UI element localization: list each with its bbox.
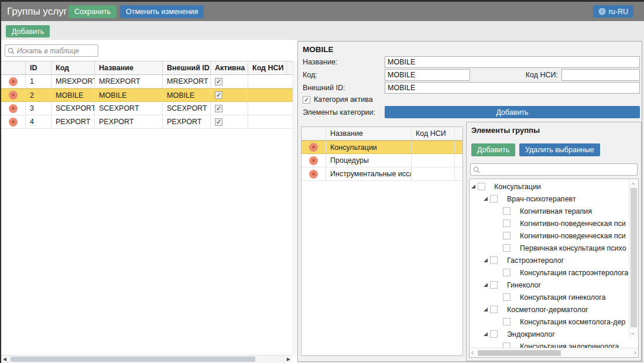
external-id-label: Внешний ID:: [303, 84, 345, 92]
external-id-field[interactable]: [385, 82, 640, 94]
scrollbar-thumb[interactable]: [478, 350, 561, 356]
tree-checkbox[interactable]: [490, 256, 498, 264]
tree-checkbox[interactable]: [478, 183, 485, 190]
tree-horizontal-scrollbar[interactable]: ‹ ›: [470, 348, 638, 357]
tree-checkbox[interactable]: [490, 330, 498, 338]
tree-item-label: Первичная консультация психо: [520, 244, 628, 252]
delete-row-icon[interactable]: [309, 170, 318, 179]
tree-item-label: Консультация гастроэнтеролога: [520, 269, 628, 277]
tree-item[interactable]: ◢ Гинеколог: [470, 279, 628, 292]
subtable-row-selected[interactable]: Консультации: [302, 141, 463, 154]
delete-row-icon[interactable]: [9, 118, 18, 126]
header-delete-column: [302, 127, 326, 140]
name-field[interactable]: [385, 56, 640, 68]
add-group-button[interactable]: Добавить: [6, 25, 50, 37]
tree-item[interactable]: Консультация косметолога-дер: [470, 316, 628, 328]
horizontal-scrollbar[interactable]: ◀ ▶: [1, 355, 292, 363]
tree-item-label: Врач-психотерапевт: [507, 195, 628, 203]
active-checkbox[interactable]: [215, 105, 222, 112]
delete-row-icon[interactable]: [309, 143, 318, 152]
table-row[interactable]: 4 PEXPORT PEXPORT PEXPORT: [1, 115, 293, 129]
cell-external-id: PEXPORT: [163, 115, 211, 128]
header-delete-column: [1, 61, 26, 74]
tree-item[interactable]: ◢ Гастроэнтеролог: [470, 255, 628, 267]
table-search[interactable]: [5, 44, 98, 57]
cell-name: MREXPORT: [95, 75, 163, 88]
tree-checkbox[interactable]: [503, 220, 511, 227]
cell-name: SCEXPORT: [95, 102, 163, 115]
tree-checkbox[interactable]: [503, 244, 511, 252]
tree-item[interactable]: Когнитивно-поведенческая пси: [470, 218, 628, 230]
expand-arrow-icon[interactable]: ◢: [484, 196, 488, 201]
cell-nsi: [248, 75, 287, 88]
tree-checkbox[interactable]: [503, 293, 511, 301]
tree-checkbox[interactable]: [503, 318, 511, 326]
cell-id: 4: [26, 115, 52, 128]
table-row[interactable]: 1 MREXPORT MREXPORT MREXPORT: [1, 75, 293, 88]
add-category-element-button[interactable]: Добавить: [385, 106, 640, 118]
delete-row-icon[interactable]: [309, 156, 318, 165]
code-field[interactable]: [385, 69, 470, 81]
delete-selected-button[interactable]: Удалить выбранные: [519, 143, 600, 156]
header-code: Код: [52, 61, 95, 74]
tree-item[interactable]: Когнитивная терапия: [470, 206, 628, 218]
tree-item[interactable]: Консультация гинеколога: [470, 292, 628, 304]
cell-spacer: [455, 167, 463, 180]
cell-id: 2: [26, 89, 52, 101]
expand-arrow-icon[interactable]: ◢: [471, 183, 475, 189]
cancel-changes-button[interactable]: Отменить изменения: [120, 5, 204, 18]
tree-item-label: Консультация косметолога-дер: [520, 318, 628, 326]
scrollbar-thumb[interactable]: [631, 188, 637, 327]
code-label: Код:: [303, 71, 317, 79]
scroll-left-icon[interactable]: ◀: [3, 357, 6, 362]
active-checkbox[interactable]: [215, 91, 222, 99]
table-row-selected[interactable]: 2 MOBILE MOBILE MOBILE: [1, 88, 293, 102]
subtable-row[interactable]: Инструментальные иссле: [302, 167, 463, 181]
tree-item[interactable]: Консультация гастроэнтеролога: [470, 267, 628, 279]
tree-checkbox[interactable]: [490, 195, 498, 203]
scroll-left-icon[interactable]: ‹: [471, 349, 474, 356]
tree-vertical-scrollbar[interactable]: › ›: [629, 179, 638, 338]
expand-arrow-icon[interactable]: ◢: [484, 257, 488, 263]
subtable-row[interactable]: Процедуры: [302, 154, 463, 167]
scroll-up-icon[interactable]: ›: [629, 183, 636, 185]
tree-search-input[interactable]: [482, 166, 635, 174]
table-row[interactable]: 3 SCEXPORT SCEXPORT SCEXPORT: [1, 102, 293, 115]
detail-title: MOBILE: [303, 45, 334, 54]
scroll-right-icon[interactable]: ›: [634, 349, 636, 356]
tree-item[interactable]: ◢ Косметолог-дерматолог: [470, 304, 628, 316]
tree-checkbox[interactable]: [490, 306, 498, 313]
category-active-checkbox[interactable]: [303, 96, 310, 104]
tree-item[interactable]: Первичная консультация психо: [470, 242, 628, 255]
active-checkbox[interactable]: [215, 118, 222, 126]
delete-row-icon[interactable]: [9, 91, 18, 100]
expand-arrow-icon[interactable]: ◢: [484, 331, 488, 337]
tree-checkbox[interactable]: [490, 281, 498, 289]
expand-arrow-icon[interactable]: ◢: [484, 306, 488, 312]
scrollbar-thumb[interactable]: [11, 357, 255, 362]
expand-arrow-icon[interactable]: ◢: [484, 282, 488, 287]
delete-row-icon[interactable]: [9, 77, 18, 86]
tree-search[interactable]: [470, 163, 638, 176]
add-element-button[interactable]: Добавить: [471, 143, 515, 156]
tree-item-label: Эндокринолог: [507, 330, 628, 338]
delete-row-icon[interactable]: [9, 104, 18, 113]
vertical-scrollbar[interactable]: [293, 61, 297, 355]
scroll-down-icon[interactable]: ›: [629, 333, 636, 335]
scroll-right-icon[interactable]: ▶: [287, 357, 290, 362]
tree-item[interactable]: ◢ Консультации: [470, 181, 628, 193]
tree-checkbox[interactable]: [503, 232, 511, 239]
active-checkbox[interactable]: [215, 78, 222, 85]
tree-item[interactable]: Когнитивно-поведенческая пси: [470, 230, 628, 242]
tree-checkbox[interactable]: [503, 269, 511, 276]
tree-checkbox[interactable]: [503, 207, 511, 215]
header-external-id: Внешний ID: [163, 61, 211, 74]
tree-item[interactable]: ◢ Эндокринолог: [470, 328, 628, 341]
nsi-code-field[interactable]: [561, 69, 640, 81]
tree-item[interactable]: ◢ Врач-психотерапевт: [470, 193, 628, 206]
locale-switcher[interactable]: ru-RU: [593, 5, 633, 18]
category-elements-table: Название Код НСИ Консультации Процедуры …: [301, 126, 463, 356]
save-button[interactable]: Сохранить: [68, 5, 117, 18]
search-input[interactable]: [17, 47, 95, 55]
tree-item-label: Косметолог-дерматолог: [507, 306, 628, 314]
